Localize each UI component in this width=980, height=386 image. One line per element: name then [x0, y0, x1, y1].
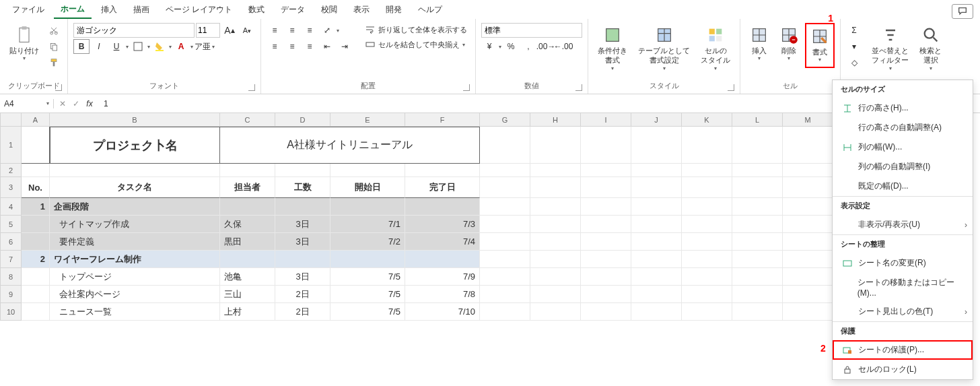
menu-page-layout[interactable]: ページ レイアウト	[159, 1, 239, 18]
comments-indicator[interactable]	[952, 4, 973, 19]
cell[interactable]: 7/3	[405, 216, 480, 233]
cell[interactable]: 7/5	[330, 303, 405, 321]
fill-button[interactable]: ▾	[846, 39, 862, 54]
cell[interactable]	[732, 251, 783, 268]
cell[interactable]	[783, 164, 833, 177]
cell-styles-button[interactable]: セルの スタイル▾	[697, 23, 734, 75]
menu-draw[interactable]: 描画	[127, 1, 156, 18]
cell[interactable]	[732, 198, 783, 216]
col-header-J[interactable]: J	[631, 113, 682, 127]
cell[interactable]: サイトマップ作成	[50, 216, 220, 233]
conditional-format-button[interactable]: 条件付き 書式▾	[594, 23, 631, 75]
cell[interactable]	[581, 251, 631, 268]
cell[interactable]	[330, 164, 405, 177]
row-header-7[interactable]: 7	[0, 251, 22, 268]
decrease-font-button[interactable]: A▾	[239, 23, 255, 38]
col-header-F[interactable]: F	[405, 113, 480, 127]
cell[interactable]: 池亀	[220, 268, 275, 286]
cell[interactable]: トップページ	[50, 268, 220, 286]
styles-launcher[interactable]	[728, 84, 734, 91]
cell[interactable]	[581, 303, 631, 321]
cell[interactable]	[530, 251, 581, 268]
col-header-D[interactable]: D	[275, 113, 330, 127]
row-header-9[interactable]: 9	[0, 286, 22, 303]
cell[interactable]	[631, 177, 682, 198]
menu-formulas[interactable]: 数式	[242, 1, 271, 18]
cell[interactable]	[631, 251, 682, 268]
indent-dec-button[interactable]: ⇤	[319, 39, 335, 54]
cell[interactable]: 久保	[220, 216, 275, 233]
alignment-launcher[interactable]	[463, 84, 470, 91]
indent-inc-button[interactable]: ⇥	[337, 39, 353, 54]
cell[interactable]	[581, 286, 631, 303]
cell[interactable]	[631, 164, 682, 177]
cell[interactable]	[220, 198, 275, 216]
cell[interactable]	[530, 198, 581, 216]
phonetic-button[interactable]: ア亜	[195, 39, 211, 54]
col-header-I[interactable]: I	[581, 113, 631, 127]
cell[interactable]	[783, 251, 833, 268]
cell[interactable]	[732, 164, 783, 177]
fm-move-copy-sheet[interactable]: シートの移動またはコピー(M)...	[833, 273, 973, 302]
font-launcher[interactable]	[248, 84, 255, 91]
sort-filter-button[interactable]: 並べ替えと フィルター▾	[868, 23, 913, 75]
cell[interactable]	[530, 233, 581, 251]
cell[interactable]	[631, 127, 682, 164]
cell[interactable]	[682, 251, 732, 268]
cell[interactable]	[682, 303, 732, 321]
align-left-button[interactable]: ≡	[267, 39, 283, 54]
increase-decimal-button[interactable]: .00→	[538, 39, 554, 54]
menu-file[interactable]: ファイル	[5, 1, 51, 18]
paste-button[interactable]: 貼り付け▾	[5, 23, 43, 65]
col-header-H[interactable]: H	[530, 113, 581, 127]
row-header-3[interactable]: 3	[0, 177, 22, 198]
cell[interactable]	[480, 286, 530, 303]
col-header-B[interactable]: B	[50, 113, 220, 127]
cell[interactable]: 1	[22, 198, 50, 216]
cell[interactable]	[682, 198, 732, 216]
cell[interactable]	[682, 233, 732, 251]
fm-rename-sheet[interactable]: シート名の変更(R)	[833, 253, 973, 273]
row-header-8[interactable]: 8	[0, 268, 22, 286]
merge-center-button[interactable]: セルを結合して中央揃え ▾	[362, 38, 470, 51]
cell[interactable]: 会社案内ページ	[50, 286, 220, 303]
cell[interactable]	[581, 268, 631, 286]
cell[interactable]: 7/5	[330, 286, 405, 303]
orientation-button[interactable]: ⤢	[319, 23, 335, 38]
cell[interactable]	[682, 177, 732, 198]
fm-row-height[interactable]: 行の高さ(H)...	[833, 98, 973, 118]
cell[interactable]	[581, 216, 631, 233]
cell[interactable]	[480, 251, 530, 268]
fb-cancel[interactable]: ✕	[57, 99, 69, 108]
cell[interactable]: 企画段階	[50, 198, 220, 216]
menu-review[interactable]: 校閲	[314, 1, 344, 18]
cell[interactable]	[732, 233, 783, 251]
number-format-select[interactable]	[481, 23, 582, 38]
cell[interactable]	[480, 127, 530, 164]
cell-project-title-value[interactable]: A社様サイトリニューアル	[220, 127, 480, 164]
cell[interactable]	[22, 268, 50, 286]
cell[interactable]: 2日	[275, 286, 330, 303]
increase-font-button[interactable]: A▴	[221, 23, 238, 38]
fill-color-button[interactable]	[151, 39, 168, 54]
cell[interactable]	[732, 177, 783, 198]
menu-insert[interactable]: 挿入	[94, 1, 124, 18]
clear-button[interactable]: ◇	[846, 55, 862, 70]
menu-developer[interactable]: 開発	[379, 1, 409, 18]
row-header-2[interactable]: 2	[0, 164, 22, 177]
fm-tab-color[interactable]: シート見出しの色(T)›	[833, 302, 973, 321]
cell-header-task[interactable]: タスク名	[50, 177, 220, 198]
insert-cells-button[interactable]: 挿入▾	[746, 23, 773, 65]
cell[interactable]	[275, 198, 330, 216]
format-cells-button[interactable]: 1 書式▾	[805, 23, 835, 68]
align-right-button[interactable]: ≡	[302, 39, 318, 54]
cell[interactable]: 三山	[220, 286, 275, 303]
cell[interactable]	[480, 164, 530, 177]
align-middle-button[interactable]: ≡	[284, 23, 300, 38]
percent-button[interactable]: %	[503, 39, 519, 54]
align-top-button[interactable]: ≡	[267, 23, 283, 38]
cell[interactable]	[22, 127, 50, 164]
fm-col-width[interactable]: 列の幅(W)...	[833, 137, 973, 157]
cell[interactable]	[682, 268, 732, 286]
cell[interactable]	[220, 164, 275, 177]
